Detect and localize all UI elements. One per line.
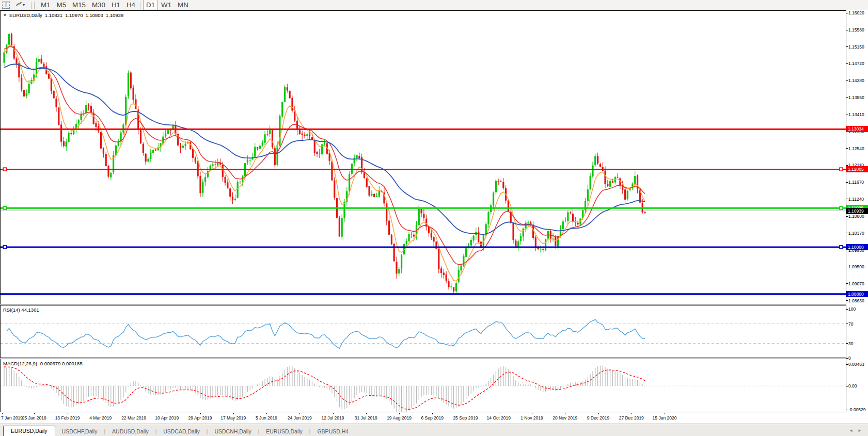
timeframe-group: M1M5M15M30H1H4D1W1MN (38, 0, 192, 10)
price-line-label: 1.08800 (846, 291, 868, 297)
date-label: 31 Jul 2019 (355, 415, 377, 421)
date-tick (665, 413, 665, 414)
date-label: 13 Feb 2019 (55, 415, 80, 421)
price-tick-dash (846, 199, 848, 199)
chart-tab-gbpusd-h4[interactable]: GBPUSD,H4 (310, 427, 355, 436)
tab-scroll-right-icon[interactable]: ▸ (858, 428, 861, 433)
rsi-tick-dash (846, 343, 848, 344)
price-tick-dash (846, 283, 848, 284)
date-label: 25 Sep 2019 (453, 415, 478, 421)
price-tick-label: 1.10800 (848, 213, 864, 219)
price-tick-dash (846, 63, 848, 64)
text-tool-button[interactable]: T (2, 2, 10, 9)
date-tick (266, 413, 267, 414)
macd-tick-dash (846, 364, 848, 365)
date-tick (68, 413, 68, 414)
date-label: 27 Dec 2019 (619, 415, 644, 421)
chart-tab-usdchf-daily[interactable]: USDCHF,Daily (55, 427, 104, 436)
price-line-label: 1.10008 (846, 244, 868, 250)
macd-tick-dash (846, 410, 848, 410)
price-tick-label: 1.12540 (848, 146, 864, 152)
date-label: 22 Mar 2019 (121, 415, 146, 421)
timeframe-button-m15[interactable]: M15 (69, 0, 89, 10)
macd-tick-dash (846, 386, 848, 386)
chart-open-value: 1.10821 (45, 12, 62, 18)
timeframe-button-w1[interactable]: W1 (158, 0, 175, 10)
date-label: 1 Nov 2019 (520, 415, 543, 421)
price-tick-label: 1.10370 (848, 230, 864, 236)
date-tick (233, 413, 234, 414)
price-tick-label: 1.13410 (848, 111, 864, 118)
timeframe-button-h1[interactable]: H1 (108, 0, 123, 10)
date-tick (466, 413, 466, 414)
price-tick-dash (846, 97, 848, 98)
dropdown-triangle-icon: ▼ (3, 13, 7, 17)
date-axis[interactable]: 7 Jan 201925 Jan 201913 Feb 20194 Mar 20… (0, 413, 868, 424)
date-label: 24 Jun 2019 (288, 415, 312, 421)
date-tick (2, 413, 3, 414)
price-tick-label: 1.15580 (848, 27, 864, 33)
chart-high-value: 1.10970 (65, 12, 83, 18)
rsi-tick-label: 70 (848, 321, 853, 327)
price-tick-label: 1.14720 (848, 60, 864, 67)
macd-tick-label: 0.00 (848, 383, 857, 389)
timeframe-button-mn[interactable]: MN (175, 0, 192, 10)
rsi-indicator-label: RSI(14) 44.1301 (3, 307, 39, 313)
price-tick-label: 1.08630 (848, 298, 864, 304)
chart-tab-eurusd-daily[interactable]: EURUSD,Daily (259, 427, 309, 436)
price-tick-label: 1.11670 (848, 179, 864, 185)
chart-low-value: 1.10803 (86, 12, 103, 18)
price-tick-label: 1.13850 (848, 94, 864, 101)
chart-window: ▼ EURUSD,Daily 1.10821 1.10970 1.10803 1… (0, 10, 868, 436)
price-tick-label: 1.15150 (848, 44, 864, 50)
chart-tab-usdcad-daily[interactable]: USDCAD,Daily (156, 427, 207, 436)
macd-tick-label: -0.00529 (848, 407, 866, 413)
date-tick (167, 413, 167, 414)
price-tick-label: 1.09070 (848, 281, 864, 287)
top-toolbar: T ▾ M1M5M15M30H1H4D1W1MN (0, 0, 868, 10)
timeframe-button-h4[interactable]: H4 (123, 0, 138, 10)
rsi-tick-dash (846, 324, 848, 324)
price-tick-dash (846, 148, 848, 149)
rsi-plot[interactable] (1, 305, 846, 358)
chart-tabs: EURUSD,Daily USDCHF,Daily|AUDUSD,Daily|U… (0, 424, 355, 436)
chart-tab-usdcnh-daily[interactable]: USDCNH,Daily (208, 427, 258, 436)
price-tick-dash (846, 30, 848, 30)
timeframe-button-m1[interactable]: M1 (38, 0, 54, 10)
rsi-panel: RSI(14) 44.1301 (0, 305, 846, 358)
date-label: 20 Nov 2019 (553, 415, 577, 421)
date-label: 10 Apr 2019 (155, 415, 179, 421)
date-label: 7 Jan 2019 (1, 415, 23, 421)
rsi-tick-label: 30 (848, 341, 853, 347)
macd-plot[interactable] (1, 359, 846, 412)
price-axis[interactable]: 1.160201.155801.151501.147201.142801.138… (846, 10, 868, 424)
timeframe-button-m5[interactable]: M5 (54, 0, 70, 10)
price-tick-dash (846, 80, 848, 81)
macd-panel: MACD(12,26,9) -0.000679 0.000185 (0, 359, 846, 412)
chart-tab-audusd-daily[interactable]: AUDUSD,Daily (105, 427, 155, 436)
date-label: 12 Jul 2019 (322, 415, 344, 421)
toolbar-grip (31, 2, 35, 9)
date-label: 14 Oct 2019 (487, 415, 511, 421)
current-price-label: 1.10939 (846, 208, 868, 214)
price-tick-label: 1.16020 (848, 10, 864, 16)
date-label: 19 Aug 2019 (387, 415, 412, 421)
mt4-window: T ▾ M1M5M15M30H1H4D1W1MN ▼ EURUSD,Daily … (0, 0, 868, 436)
chart-tab-bar: EURUSD,Daily USDCHF,Daily|AUDUSD,Daily|U… (0, 424, 868, 436)
date-tick (101, 413, 101, 414)
date-tick (399, 413, 400, 414)
tab-scroll-left-icon[interactable]: ◂ (850, 428, 853, 433)
date-tick (598, 413, 599, 414)
candlestick-chart[interactable] (1, 11, 846, 304)
price-tick-label: 1.11240 (848, 196, 864, 202)
price-tick-dash (846, 46, 848, 47)
timeframe-button-m30[interactable]: M30 (89, 0, 108, 10)
chart-title[interactable]: ▼ EURUSD,Daily 1.10821 1.10970 1.10803 1… (3, 12, 123, 18)
timeframe-button-d1[interactable]: D1 (143, 0, 158, 10)
chart-tab-eurusd-daily[interactable]: EURUSD,Daily (3, 426, 55, 436)
cursor-arrows-icon (15, 1, 22, 9)
price-tick-dash (846, 182, 848, 183)
date-tick (200, 413, 201, 414)
rsi-tick-dash (846, 309, 848, 310)
cursor-tool-button[interactable]: ▾ (14, 1, 26, 9)
